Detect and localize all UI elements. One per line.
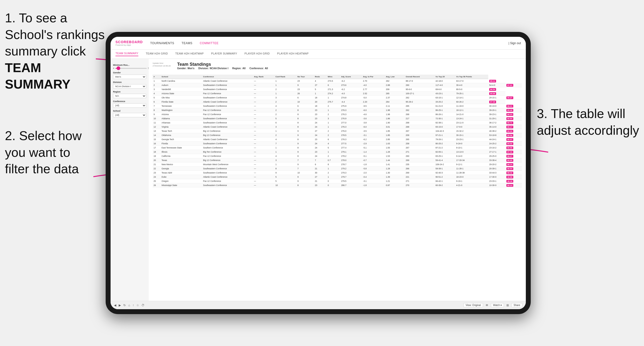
tab-team-summary[interactable]: TEAM SUMMARY xyxy=(116,52,138,56)
table-cell: 266 xyxy=(405,167,434,171)
instruction-step3: 3. The table will adjust accordingly xyxy=(537,106,639,139)
table-cell: Vanderbilt xyxy=(161,87,202,92)
table-cell: 4 xyxy=(152,92,161,96)
table-cell: 2 xyxy=(274,108,296,112)
table-cell: 6 xyxy=(296,104,314,108)
table-cell: Arkansas xyxy=(161,121,202,125)
table-cell: Pac-12 Conference xyxy=(202,112,253,117)
forward-icon[interactable]: ▶ xyxy=(119,304,121,307)
table-cell: 44-24-1 xyxy=(488,137,506,142)
view-original-button[interactable]: View: Original xyxy=(464,303,483,307)
division-select[interactable]: NCAA Division I xyxy=(113,84,146,89)
table-cell: 59-39-1 xyxy=(434,167,455,171)
table-row: 18IllinoisBig Ten Conference—19231279.1-… xyxy=(152,150,522,154)
table-cell: 273.5 xyxy=(327,79,340,83)
table-cell: -5.0 xyxy=(362,96,385,100)
conference-select[interactable]: (All) xyxy=(113,103,146,108)
table-cell: 271 xyxy=(405,150,434,154)
nav-teams[interactable]: TEAMS xyxy=(182,41,192,45)
tab-bar: TEAM SUMMARY TEAM H2H GRID TEAM H2H HEAT… xyxy=(110,50,526,59)
table-cell: 209 xyxy=(385,87,405,92)
table-cell: 2 xyxy=(152,83,161,87)
watch-button[interactable]: Watch ▾ xyxy=(491,303,504,307)
region-select[interactable]: N/A xyxy=(113,94,146,98)
gender-select[interactable]: Men's xyxy=(113,75,146,79)
table-cell: 276.3 xyxy=(340,137,362,142)
table-cell: Atlantic Coast Conference xyxy=(202,79,253,83)
school-select[interactable]: (All) xyxy=(113,113,146,117)
table-cell: — xyxy=(253,167,274,171)
table-cell: 24 xyxy=(314,146,327,150)
table-cell: 12 xyxy=(152,125,161,129)
table-cell: 30-19-0 xyxy=(488,104,506,108)
table-cell: — xyxy=(253,104,274,108)
back-icon[interactable]: ◀ xyxy=(114,304,116,307)
table-row: 25OregonPac-12 Conference—59210279.5-3.1… xyxy=(152,179,522,183)
table-row: 6Florida StateAtlantic Coast Conference—… xyxy=(152,100,522,104)
tab-player-h2h-heatmap[interactable]: PLAYER H2H HEATMAP xyxy=(277,52,308,56)
bookmark-icon[interactable]: ☆ xyxy=(136,304,139,307)
table-cell: 36-17-2 xyxy=(488,121,506,125)
table-cell: -6.2 xyxy=(362,137,385,142)
table-cell: 21 xyxy=(314,167,327,171)
tab-player-h2h-grid[interactable]: PLAYER H2H GRID xyxy=(244,52,270,56)
table-cell: Ole Miss xyxy=(161,96,202,100)
table-cell: Alabama xyxy=(161,117,202,121)
tab-team-h2h-heatmap[interactable]: TEAM H2H HEATMAP xyxy=(175,52,204,56)
update-time: Update time: 27/03/2024 16:56:26 xyxy=(152,62,172,67)
table-cell: Illinois xyxy=(161,150,202,154)
col-adj-score: Adj. Score xyxy=(340,75,362,79)
home-icon[interactable]: ⌂ xyxy=(128,304,130,307)
clock-icon[interactable]: ⏱ xyxy=(142,304,144,307)
table-cell: 18 xyxy=(314,96,327,100)
share-icon[interactable]: ↑ xyxy=(132,304,134,307)
table-cell: 3 xyxy=(274,125,296,129)
tab-team-h2h-grid[interactable]: TEAM H2H GRID xyxy=(146,52,168,56)
table-cell: 23 xyxy=(296,87,314,92)
table-cell: 60-26-2 xyxy=(455,100,488,104)
table-cell: Atlantic Coast Conference xyxy=(202,137,253,142)
table-cell: Pac-12 Conference xyxy=(202,154,253,158)
gender-filter-label: Gender: xyxy=(177,67,186,70)
table-cell: 3 xyxy=(274,96,296,100)
table-cell: 88.42 xyxy=(506,171,522,175)
table-cell: 1.98 xyxy=(385,112,405,117)
nav-tournaments[interactable]: TOURNAMENTS xyxy=(150,41,174,45)
gender-label: Gender xyxy=(113,71,146,74)
table-cell: 80.34 xyxy=(506,129,522,133)
table-cell: 72-30-1 xyxy=(434,117,455,121)
table-cell: — xyxy=(253,100,274,104)
grid-icon[interactable]: ⊞ xyxy=(506,304,509,307)
table-cell: 86-26-1 xyxy=(434,112,455,117)
share-button[interactable]: Share xyxy=(511,303,522,307)
score-badge: 80.96 xyxy=(506,147,513,149)
tab-player-summary[interactable]: PLAYER SUMMARY xyxy=(211,52,237,56)
sign-out-button[interactable]: | Sign out xyxy=(508,41,521,45)
school-label: School xyxy=(113,110,146,112)
table-cell: 2 xyxy=(274,112,296,117)
col-school: School xyxy=(161,75,202,79)
score-badge: 80.47 xyxy=(506,138,513,141)
table-cell: 1 xyxy=(274,163,296,167)
table-cell: 277.5 xyxy=(340,142,362,146)
table-cell: -6.2 xyxy=(340,87,362,92)
region-label: Region xyxy=(113,91,146,93)
table-cell: 8 xyxy=(274,167,296,171)
table-cell: — xyxy=(253,117,274,121)
table-cell: 86.54 xyxy=(488,87,506,92)
reload-icon[interactable]: ↻ xyxy=(123,304,126,307)
division-filter-label: Division: xyxy=(198,67,208,70)
table-cell: 24 xyxy=(314,133,327,137)
table-cell: 262 xyxy=(405,108,434,112)
table-cell: 2 xyxy=(274,100,296,104)
table-row: 12VirginiaAtlantic Coast Conference—3824… xyxy=(152,125,522,129)
table-cell: 271 xyxy=(405,179,434,183)
table-cell: — xyxy=(253,150,274,154)
table-cell: 48.18 xyxy=(506,179,522,183)
minimum-rounds-slider[interactable] xyxy=(115,68,147,69)
nav-committee[interactable]: COMMITTEE xyxy=(200,41,219,45)
table-cell: Big Ten Conference xyxy=(202,150,253,154)
main-content: Minimum Rou... 4 50 Gender Men's Divisio… xyxy=(110,59,526,301)
table-cell: 5 xyxy=(274,175,296,179)
table-cell: 7 xyxy=(274,142,296,146)
